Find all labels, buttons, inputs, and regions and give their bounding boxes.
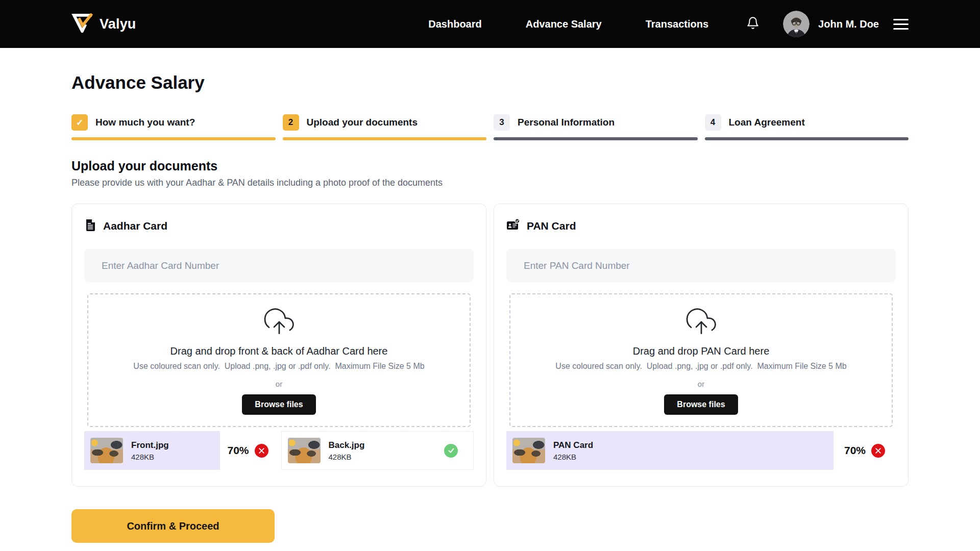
file-upload-status: 70% bbox=[834, 431, 896, 470]
page-title: Advance Salary bbox=[71, 72, 909, 93]
file-chip: PAN Card 428KB bbox=[506, 431, 834, 470]
main-content: Advance Salary ✓ How much you want? 2 Up… bbox=[0, 72, 980, 543]
step-label: Personal Information bbox=[518, 117, 615, 128]
file-name: Front.jpg bbox=[131, 440, 169, 450]
step-how-much-you-want[interactable]: ✓ How much you want? bbox=[71, 114, 276, 140]
cancel-upload-button[interactable] bbox=[255, 444, 268, 458]
step-label: How much you want? bbox=[95, 117, 195, 128]
bell-icon bbox=[746, 16, 760, 32]
user-name: John M. Doe bbox=[818, 18, 879, 30]
primary-nav: Dashboard Advance Salary Transactions bbox=[428, 18, 708, 30]
dropzone-note: Use coloured scan only. Upload .png, .jp… bbox=[519, 362, 884, 371]
cloud-upload-icon bbox=[684, 330, 718, 339]
dropzone-note: Use coloured scan only. Upload .png, .jp… bbox=[96, 362, 461, 371]
step-progress-bar bbox=[283, 137, 487, 140]
step-3-number: 3 bbox=[494, 114, 510, 131]
upload-progress: 70% bbox=[227, 444, 249, 457]
pan-dropzone[interactable]: Drag and drop PAN Card here Use coloured… bbox=[509, 293, 893, 427]
dropzone-title: Drag and drop PAN Card here bbox=[519, 345, 884, 357]
step-progress-bar bbox=[494, 137, 698, 140]
step-loan-agreement[interactable]: 4 Loan Agreement bbox=[705, 114, 909, 140]
upload-success-icon bbox=[444, 444, 458, 458]
pan-file-list: PAN Card 428KB 70% bbox=[506, 431, 896, 470]
notifications-button[interactable] bbox=[746, 16, 760, 32]
upload-progress: 70% bbox=[844, 444, 866, 457]
step-progress-bar bbox=[705, 137, 909, 140]
dropzone-or-label: or bbox=[519, 380, 884, 388]
id-card-verified-icon bbox=[506, 218, 520, 234]
step-label: Loan Agreement bbox=[729, 117, 805, 128]
pan-number-input[interactable] bbox=[506, 249, 896, 282]
cancel-upload-button[interactable] bbox=[871, 444, 885, 458]
step-progress-bar bbox=[71, 137, 276, 140]
aadhar-number-input[interactable] bbox=[84, 249, 474, 282]
file-entry-pan: PAN Card 428KB 70% bbox=[506, 431, 896, 470]
section-heading: Upload your documents bbox=[71, 159, 909, 173]
card-title-pan: PAN Card bbox=[527, 220, 576, 232]
stepper: ✓ How much you want? 2 Upload your docum… bbox=[71, 114, 909, 140]
nav-item-dashboard[interactable]: Dashboard bbox=[428, 18, 481, 30]
file-name: Back.jpg bbox=[329, 440, 365, 450]
file-chip: Front.jpg 428KB bbox=[84, 431, 220, 470]
step-label: Upload your documents bbox=[307, 117, 418, 128]
file-thumbnail bbox=[90, 438, 123, 463]
file-upload-status: 70% bbox=[220, 431, 276, 470]
browse-files-button[interactable]: Browse files bbox=[242, 394, 315, 415]
top-navbar: Valyu Dashboard Advance Salary Transacti… bbox=[0, 0, 980, 48]
file-thumbnail bbox=[512, 438, 545, 463]
confirm-proceed-button[interactable]: Confirm & Proceed bbox=[71, 509, 275, 543]
step-personal-information[interactable]: 3 Personal Information bbox=[494, 114, 698, 140]
step-4-number: 4 bbox=[705, 114, 721, 131]
section-subheading: Please provide us with your Aadhar & PAN… bbox=[71, 178, 909, 188]
file-chip: Back.jpg 428KB bbox=[282, 432, 474, 469]
dropzone-title: Drag and drop front & back of Aadhar Car… bbox=[96, 345, 461, 357]
aadhar-dropzone[interactable]: Drag and drop front & back of Aadhar Car… bbox=[87, 293, 471, 427]
brand-name: Valyu bbox=[100, 16, 136, 32]
file-name: PAN Card bbox=[553, 440, 593, 450]
file-entry-front: Front.jpg 428KB 70% bbox=[84, 431, 276, 470]
dropzone-or-label: or bbox=[96, 380, 461, 388]
file-thumbnail bbox=[288, 438, 321, 463]
cloud-upload-icon bbox=[262, 330, 296, 339]
brand-logo[interactable]: Valyu bbox=[71, 13, 136, 35]
aadhar-file-list: Front.jpg 428KB 70% bbox=[84, 431, 474, 470]
nav-item-advance-salary[interactable]: Advance Salary bbox=[526, 18, 602, 30]
file-size: 428KB bbox=[131, 453, 169, 461]
document-cards: Aadhar Card Drag and drop front & back o… bbox=[71, 204, 909, 487]
browse-files-button[interactable]: Browse files bbox=[664, 394, 738, 415]
file-size: 428KB bbox=[329, 453, 365, 461]
pan-card-panel: PAN Card Drag and drop PAN Card here Use… bbox=[494, 204, 909, 487]
valyu-logo-icon bbox=[71, 13, 93, 35]
step-1-check-icon: ✓ bbox=[71, 114, 88, 131]
document-icon bbox=[84, 218, 96, 234]
aadhar-card-panel: Aadhar Card Drag and drop front & back o… bbox=[71, 204, 486, 487]
menu-button[interactable] bbox=[893, 19, 909, 30]
step-upload-your-documents[interactable]: 2 Upload your documents bbox=[283, 114, 487, 140]
avatar[interactable] bbox=[783, 11, 810, 37]
nav-item-transactions[interactable]: Transactions bbox=[646, 18, 708, 30]
file-size: 428KB bbox=[553, 453, 593, 461]
menu-icon bbox=[893, 19, 909, 20]
file-entry-back: Back.jpg 428KB bbox=[281, 431, 474, 470]
step-2-number: 2 bbox=[283, 114, 299, 131]
card-title-aadhar: Aadhar Card bbox=[103, 220, 167, 232]
